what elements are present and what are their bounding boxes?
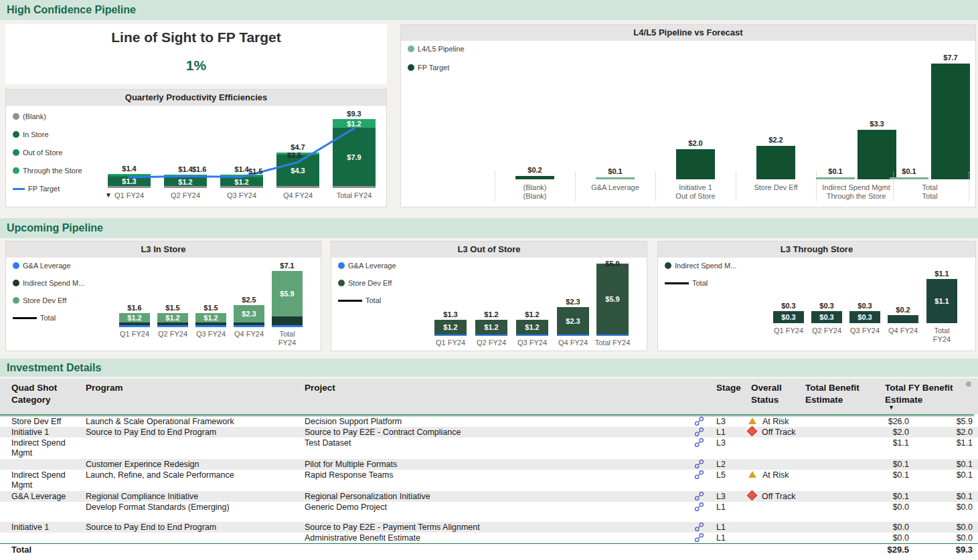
cell-stage: L1 [716,523,746,533]
bar-segment[interactable] [516,335,548,336]
bar-segment[interactable] [157,322,188,325]
legend-item--blank-[interactable]: (Blank) [13,112,46,120]
bar-segment[interactable] [557,335,589,336]
category-label: Indirect Spend MgmtThrough the Store [818,183,894,201]
bar-segment[interactable]: $0.3 [849,311,880,323]
bar-segment[interactable] [234,325,264,327]
cell-link[interactable] [695,470,706,482]
table-row[interactable]: Initiative 1Source to Pay End to End Pro… [0,427,978,438]
bar-segment[interactable] [756,146,795,179]
bar-segment[interactable] [596,335,629,336]
column-header-5[interactable]: Total Benefit Estimate [805,382,889,406]
bar-segment[interactable] [164,176,207,177]
bar-segment[interactable]: $1.2 [119,313,150,322]
bar-segment[interactable]: $0.3 [773,311,804,323]
bar-segment[interactable]: $4.3 [276,155,319,186]
bar-segment[interactable] [272,316,303,325]
legend-item-g-a-leverage[interactable]: G&A Leverage [338,262,396,270]
column-header-3[interactable]: Stage [716,382,750,394]
bar-segment[interactable] [434,335,467,336]
link-icon [695,533,704,542]
legend-item-total[interactable]: Total [665,279,708,287]
bar-segment[interactable]: $1.2 [195,313,226,322]
bar-segment[interactable] [119,325,150,327]
bar-segment[interactable] [890,177,928,179]
bar-segment[interactable]: $1.2 [475,320,507,335]
bar-segment[interactable] [234,322,264,325]
bar-segment[interactable]: $1.1 [926,279,957,323]
bar-segment[interactable] [195,325,226,327]
bar-segment[interactable] [157,325,188,327]
legend-item-indirect-spend-m-[interactable]: Indirect Spend M... [13,279,84,287]
bar-segment[interactable] [475,335,507,336]
bar-segment[interactable]: $1.2 [516,320,548,335]
bar-segment[interactable] [888,315,918,323]
table-scrollbar[interactable] [966,381,971,387]
bar-segment[interactable]: $5.9 [596,264,629,335]
bar-segment[interactable]: $0.3 [811,311,842,323]
bar-segment[interactable]: $1.2 [333,119,376,128]
bar-segment[interactable] [272,325,303,327]
bar-value-label: $0.1 [594,167,637,175]
cell-program: Launch & Scale Operational Framework [86,417,293,427]
table-row[interactable]: Customer Experince RedesignPilot for Mul… [0,459,978,470]
bar-segment[interactable] [108,175,151,177]
bar-segment[interactable] [816,177,855,179]
bar-segment[interactable]: $1.2 [157,313,188,322]
bar-segment[interactable]: $2.3 [234,305,264,322]
bar-segment[interactable] [220,186,263,188]
bar-segment[interactable] [596,177,635,179]
column-header-2[interactable]: Project [305,382,572,394]
column-header-0[interactable]: Quad Shot Category [11,382,80,406]
column-header-1[interactable]: Program [86,382,287,394]
bar-segment[interactable]: $5.9 [272,271,303,316]
bar-segment[interactable] [164,186,207,188]
bar-segment[interactable] [931,64,970,179]
table-row[interactable]: Indirect Spend MgmtTest DatasetL3$1.1$1.… [0,438,978,459]
bar-segment[interactable] [108,174,151,175]
legend-label: (Blank) [23,112,46,120]
legend-item-in-store[interactable]: In Store [13,130,49,138]
table-row[interactable]: Indirect Spend MgmtLaunch, Refine, and S… [0,470,978,491]
bar-segment[interactable] [276,186,319,188]
cell-total-benefit: $0.1 [805,470,909,480]
table-row[interactable]: Administrative Benefit EstimateL1$0.0$0.… [0,533,978,543]
column-header-4[interactable]: Overall Status [751,382,805,406]
bar-segment[interactable] [676,149,715,179]
bar-segment[interactable] [220,176,263,177]
bar-segment[interactable] [108,186,151,188]
legend-item-out-of-store[interactable]: Out of Store [13,149,62,157]
table-row[interactable]: Develop Format Standards (Emerging)Gener… [0,502,978,512]
bar-segment[interactable]: $1.2 [220,177,263,186]
bar-segment[interactable]: $1.3 [108,177,151,186]
bar-total-label: $7.1 [266,262,309,270]
legend-item-l4-l5-pipeline[interactable]: L4/L5 Pipeline [408,45,465,53]
column-header-6[interactable]: Total FY Benefit Estimate [885,382,972,406]
legend-item-fp-target[interactable]: FP Target [408,64,449,72]
legend-item-store-dev-eff[interactable]: Store Dev Eff [338,279,392,287]
legend-item-total[interactable]: Total [13,314,56,322]
bar-segment[interactable]: $2.3 [557,307,589,335]
sort-indicator-icon[interactable]: ▼ [888,404,894,411]
table-row[interactable]: Store Dev EffLaunch & Scale Operational … [0,416,978,427]
legend-item-fp-target[interactable]: FP Target [13,185,60,193]
legend-item-through-the-store[interactable]: Through the Store [13,167,82,175]
bar-segment[interactable]: $1.2 [164,177,207,186]
bar-segment[interactable] [515,176,554,179]
indirect-spend-m--legend-dot [13,280,19,286]
table-row[interactable]: G&A LeverageRegional Compliance Initiati… [0,491,978,502]
legend-item-store-dev-eff[interactable]: Store Dev Eff [13,296,66,304]
legend-item-total[interactable]: Total [338,296,381,304]
table-row[interactable]: Initiative 1Source to Pay End to End Pro… [0,522,978,533]
cell-link[interactable] [695,438,706,450]
bar-segment[interactable] [333,186,376,188]
legend-item-g-a-leverage[interactable]: G&A Leverage [13,262,71,270]
category-separator [969,172,969,201]
bar-segment[interactable]: $7.9 [333,128,376,186]
legend-item-indirect-spend-m-[interactable]: Indirect Spend M... [665,262,736,270]
table-row[interactable] [0,512,978,522]
bar-segment[interactable]: $1.2 [434,320,467,335]
bar-segment[interactable] [195,322,226,325]
bar-segment[interactable] [164,175,207,176]
bar-segment[interactable] [119,322,150,325]
